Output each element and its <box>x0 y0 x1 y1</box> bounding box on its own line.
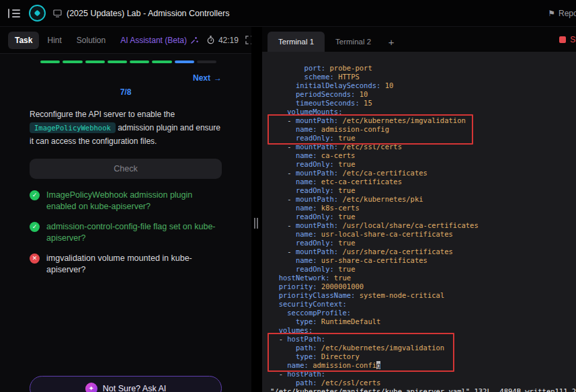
terminal-token: HTTPS <box>334 73 360 81</box>
terminal-line: name: admission-config <box>270 125 576 134</box>
progress-segment-5 <box>130 61 149 63</box>
vim-status-message: "/etc/kubernetes/manifests/kube-apiserve… <box>270 387 555 392</box>
terminal-token: priorityClassName: <box>279 291 356 299</box>
terminal-token: readOnly: <box>296 186 334 194</box>
terminal-line: periodSeconds: 10 <box>270 90 576 99</box>
terminal-line: seccompProfile: <box>270 309 576 317</box>
timer-value: 42:19 <box>218 36 239 45</box>
terminal-line: name: etc-ca-certificates <box>270 178 576 186</box>
terminal-line: timeoutSeconds: 15 <box>270 99 576 108</box>
checklist-item: ✕imgvalidation volume mounted in kube-ap… <box>30 253 222 276</box>
terminal-line: - mountPath: /usr/share/ca-certificates <box>270 247 576 256</box>
terminal-token: RuntimeDefault <box>317 317 381 325</box>
terminal-tabs: Terminal 1Terminal 2 <box>268 32 382 52</box>
terminal-token: /etc/ssl/certs <box>338 143 402 151</box>
terminal-line: readOnly: true <box>270 186 576 195</box>
tab-hint[interactable]: Hint <box>40 32 68 49</box>
terminal-token <box>270 300 279 308</box>
resize-handle-icon[interactable] <box>254 218 258 229</box>
terminal-token: priority: <box>279 282 317 290</box>
check-button[interactable]: Check <box>30 159 222 179</box>
terminal-token: name: <box>296 256 317 264</box>
tab-task[interactable]: Task <box>8 32 39 49</box>
stop-button[interactable]: Stop <box>559 27 576 52</box>
vim-status-line: "/etc/kubernetes/manifests/kube-apiserve… <box>270 387 567 392</box>
expand-icon[interactable] <box>245 36 251 44</box>
kodekloud-logo[interactable] <box>29 5 46 22</box>
panel-splitter[interactable] <box>251 27 262 392</box>
terminal-token <box>270 282 279 290</box>
left-tabbar: TaskHintSolutionAI Assistant (Beta) 42:1… <box>0 27 251 54</box>
terminal-line: name: k8s-certs <box>270 204 576 212</box>
terminal-token: - <box>270 335 287 343</box>
tab-label: AI Assistant (Beta) <box>120 36 187 45</box>
report-button[interactable]: ⚑ Report <box>548 0 576 27</box>
terminal-line: priority: 2000001000 <box>270 282 576 291</box>
tab-terminal-2[interactable]: Terminal 2 <box>325 32 382 52</box>
timer: 42:19 <box>206 36 239 45</box>
terminal-token <box>270 326 279 334</box>
terminal-token: type: <box>296 352 317 360</box>
terminal-token <box>270 64 304 72</box>
terminal-token <box>270 81 296 89</box>
terminal-line: - mountPath: /etc/kubernetes/pki <box>270 195 576 204</box>
terminal-token <box>270 239 296 247</box>
checklist-item: ✓admission-control-config-file flag set … <box>30 221 222 244</box>
next-label: Next <box>193 73 210 83</box>
terminal-line: securityContext: <box>270 300 576 309</box>
terminal-token: readOnly: <box>296 160 334 168</box>
terminal-cursor: g <box>376 361 380 369</box>
terminal-token: timeoutSeconds: <box>296 99 360 107</box>
progress-segment-2 <box>63 61 82 63</box>
terminal-token <box>270 309 287 317</box>
terminal-token: initialDelaySeconds: <box>296 81 380 89</box>
next-button[interactable]: Next → <box>193 73 222 83</box>
tab-ai-assistant-beta[interactable]: AI Assistant (Beta) <box>114 32 205 49</box>
terminal-token <box>270 134 296 142</box>
terminal-token <box>270 186 296 194</box>
terminal-token: true <box>334 186 356 194</box>
terminal-line: volumeMounts: <box>270 108 576 116</box>
main-area: TaskHintSolutionAI Assistant (Beta) 42:1… <box>0 27 576 392</box>
terminal-token <box>270 256 296 264</box>
terminal-line: initialDelaySeconds: 10 <box>270 81 576 90</box>
terminal-token: readOnly: <box>296 134 334 142</box>
terminal-token: probe-port <box>325 64 372 72</box>
terminal-token: mountPath: <box>296 143 338 151</box>
next-row: Next → <box>0 71 251 83</box>
sidebar-toggle-icon[interactable] <box>7 6 22 21</box>
terminal-token: /etc/kubernetes/pki <box>338 195 423 203</box>
checklist: ✓ImagePolicyWebhook admission plugin ena… <box>0 190 251 276</box>
task-description: Reconfigure the API server to enable the… <box>0 108 251 148</box>
terminal-tabbar: Terminal 1Terminal 2 + Stop <box>262 27 576 52</box>
tab-label: Hint <box>47 36 61 45</box>
terminal-line: readOnly: true <box>270 265 576 274</box>
checklist-item-text: admission-control-config-file flag set o… <box>46 221 222 244</box>
progress-bar <box>40 61 216 63</box>
terminal-token <box>270 125 296 133</box>
terminal-token <box>270 317 296 325</box>
tab-label: Task <box>15 36 32 45</box>
ask-ai-button[interactable]: ✦ Not Sure? Ask AI <box>30 376 222 392</box>
new-terminal-button[interactable]: + <box>382 32 401 52</box>
tab-terminal-1[interactable]: Terminal 1 <box>268 32 325 52</box>
terminal-token: - <box>270 221 296 229</box>
terminal-token: true <box>334 212 356 221</box>
terminal-token: readOnly: <box>296 212 334 221</box>
terminal-token: /etc/kubernetes/imgvalidation <box>317 344 445 352</box>
terminal-token: 15 <box>360 99 372 107</box>
stop-icon <box>559 36 566 43</box>
terminal-line: name: admission-config <box>270 361 576 370</box>
terminal-token: readOnly: <box>296 265 334 273</box>
terminal-token <box>270 108 287 116</box>
terminal-token: name: <box>296 151 317 159</box>
terminal-content[interactable]: port: probe-port scheme: HTTPS initialDe… <box>262 52 576 392</box>
terminal-token: seccompProfile: <box>287 309 351 317</box>
terminal-line: name: ca-certs <box>270 151 576 160</box>
terminal-token: Directory <box>317 352 360 360</box>
terminal-token <box>270 265 296 273</box>
terminal-token: k8s-certs <box>317 204 360 212</box>
terminal-line: type: RuntimeDefault <box>270 317 576 326</box>
terminal-token: - <box>270 370 287 378</box>
tab-solution[interactable]: Solution <box>70 32 112 49</box>
